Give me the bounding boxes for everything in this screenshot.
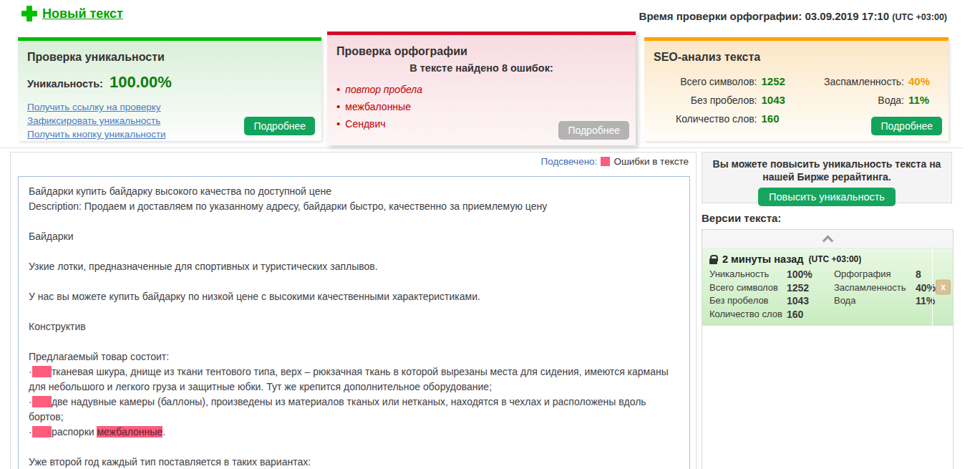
seo-stat-row: Без пробелов:1043 [644, 91, 792, 110]
document-line [29, 274, 679, 289]
check-time-value: 03.09.2019 17:10 [805, 10, 889, 22]
spelling-error-item[interactable]: •межбалонные [336, 98, 636, 115]
version-timezone: (UTC +03:00) [809, 254, 862, 264]
seo-stat-row: Всего символов:1252 [644, 72, 792, 91]
spelling-error-item[interactable]: •повтор пробела [336, 81, 636, 98]
version-stat-label: Уникальность [709, 268, 787, 281]
uniqueness-metric: Уникальность: 100.00% [18, 64, 321, 92]
uniqueness-details-button[interactable]: Подробнее [244, 117, 315, 135]
document-text: Уже второй год каждый тип поставляется в… [29, 456, 311, 468]
seo-stat-row: Вода:11% [792, 91, 939, 110]
document-line: Узкие лотки, предназначенные для спортив… [29, 259, 679, 274]
new-text-link[interactable]: Новый текст [21, 6, 123, 21]
seo-stat-row: Количество слов:160 [644, 110, 792, 128]
version-stat-label: Количество слов [709, 308, 787, 321]
document-text: · [29, 426, 32, 437]
spelling-panel: Проверка орфографии В тексте найдено 8 о… [327, 32, 636, 145]
document-text: . [162, 426, 165, 437]
error-highlight [32, 426, 52, 437]
seo-stats-left: Всего символов:1252Без пробелов:1043Коли… [644, 72, 792, 128]
seo-stat-value: 1252 [762, 72, 792, 90]
divider [0, 148, 963, 148]
version-stat-label: Всего символов [709, 281, 787, 295]
document-line: Description: Продаем и доставляем по ука… [29, 199, 679, 214]
spelling-error-text: межбалонные [345, 98, 411, 115]
document-line: · две надувные камеры (баллоны), произве… [29, 395, 679, 425]
spelling-error-text: повтор пробела [345, 81, 422, 98]
seo-stat-label: Количество слов: [676, 110, 757, 128]
seo-stat-row: Заспамленность:40% [792, 72, 939, 91]
seo-stat-label: Без пробелов: [691, 92, 757, 110]
bullet-icon: • [336, 81, 340, 98]
version-card[interactable]: 2 минуты назад (UTC +03:00) Уникальность… [702, 248, 953, 326]
document-line: · распорки межбалонные. [29, 425, 679, 440]
versions-collapse-strip[interactable] [702, 230, 953, 248]
version-stat-value: 1252 [787, 281, 834, 295]
uniqueness-metric-label: Уникальность: [27, 78, 103, 90]
document-text: У нас вы можете купить байдарку по низко… [29, 291, 480, 302]
versions-title: Версии текста: [702, 212, 781, 224]
version-stat-label: Вода [834, 294, 916, 308]
document-line [29, 440, 679, 455]
version-stat-label: Без пробелов [709, 294, 787, 308]
check-time: Время проверки орфографии: 03.09.2019 17… [639, 10, 947, 22]
seo-details-button[interactable]: Подробнее [871, 117, 942, 135]
uniqueness-panel-title: Проверка уникальности [18, 41, 321, 64]
version-stat-label: Орфография [834, 268, 916, 281]
document-line: · тканевая шкура, днище из ткани тентово… [29, 364, 679, 395]
rewrite-promo-box: Вы можете повысить уникальность текста н… [702, 152, 952, 203]
plus-icon [21, 6, 37, 21]
seo-stat-value: 160 [762, 110, 792, 127]
version-stat-label [834, 308, 916, 321]
spelling-details-button[interactable]: Подробнее [558, 121, 629, 140]
rewrite-promo-text: Вы можете повысить уникальность текста н… [702, 158, 951, 183]
text-editor[interactable]: Байдарки купить байдарку высокого качест… [18, 176, 690, 469]
document-line: Конструктив [29, 319, 679, 334]
version-close-button[interactable]: x [936, 280, 951, 295]
version-stat-label: Заспамленность [834, 281, 916, 295]
document-container: Подсвечено: Ошибки в тексте Байдарки куп… [10, 152, 697, 469]
error-color-swatch [601, 157, 610, 166]
spelling-panel-title: Проверка орфографии [327, 35, 636, 58]
seo-stat-value: 11% [908, 91, 938, 109]
uniqueness-link[interactable]: Получить ссылку на проверку [27, 100, 321, 114]
document-text: Байдарки купить байдарку высокого качест… [29, 185, 331, 197]
document-text: Конструктив [29, 321, 86, 332]
document-line [29, 334, 679, 349]
chevron-up-icon [822, 236, 833, 247]
document-text: Предлагаемый товар состоит: [29, 351, 169, 362]
seo-stat-label: Всего символов: [680, 73, 757, 91]
document-text: · [29, 396, 32, 407]
document-text: Байдарки [29, 231, 73, 242]
document-text: Description: Продаем и доставляем по ука… [29, 200, 547, 212]
document-line [29, 214, 679, 229]
seo-stat-value: 40% [908, 72, 938, 90]
check-time-timezone: (UTC +03:00) [892, 12, 947, 22]
error-highlight: межбалонные [97, 426, 162, 437]
version-stats: Уникальность100%Орфография8Всего символо… [709, 268, 946, 321]
seo-panel: SEO-анализ текста Всего символов:1252Без… [644, 37, 949, 141]
document-text: Узкие лотки, предназначенные для спортив… [29, 261, 378, 272]
document-text: · [29, 366, 32, 377]
uniqueness-metric-value: 100.00% [110, 73, 172, 91]
version-stat-value: 160 [787, 308, 834, 321]
document-line [29, 304, 679, 319]
document-text: тканевая шкура, днище из ткани тентового… [29, 366, 671, 392]
check-time-label: Время проверки орфографии: [639, 10, 802, 22]
page: Новый текст Время проверки орфографии: 0… [0, 0, 980, 469]
seo-stat-value: 1043 [762, 91, 792, 109]
increase-uniqueness-button[interactable]: Повысить уникальность [758, 188, 896, 206]
version-card-separator [932, 248, 933, 326]
version-stat-value: 11% [916, 294, 946, 308]
new-text-label[interactable]: Новый текст [42, 6, 123, 21]
version-stat-value [916, 308, 946, 321]
document-line: У нас вы можете купить байдарку по низко… [29, 289, 679, 304]
error-highlight [32, 396, 52, 407]
document-line: Байдарки [29, 229, 679, 244]
version-stat-value: 1043 [787, 294, 834, 308]
document-text: две надувные камеры (баллоны), произведе… [29, 396, 649, 422]
legend-item-label: Ошибки в тексте [613, 156, 689, 167]
bullet-icon: • [336, 115, 340, 132]
lock-icon [709, 255, 717, 264]
version-time: 2 минуты назад [722, 253, 804, 265]
